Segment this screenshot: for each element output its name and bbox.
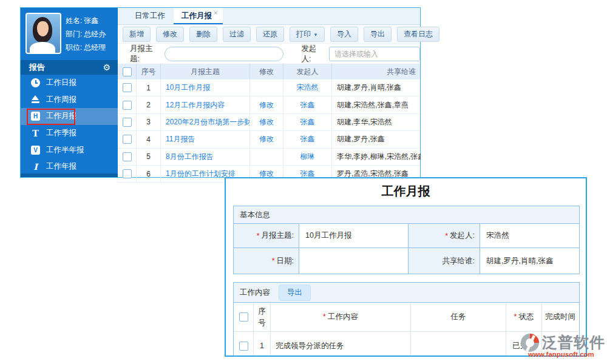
basic-info-grid: *月报主题: 10月工作月报 *发起人: 宋浩然 *日期: 共享给谁: 胡建,罗… — [234, 224, 579, 274]
tab-daily-work[interactable]: 日常工作 — [126, 8, 174, 24]
table-row: 5 8月份工作报告 柳琳 李华,李婷,柳琳,宋浩然,张鑫 — [118, 149, 420, 166]
cell-no: 2 — [137, 96, 161, 113]
row-checkbox[interactable] — [239, 342, 248, 351]
topic-link[interactable]: 10月工作月报 — [166, 83, 210, 93]
eject-icon — [31, 95, 40, 104]
sidebar-item-quarterly-report[interactable]: T 工作季报 — [21, 125, 118, 142]
initiator-link[interactable]: 柳琳 — [300, 152, 315, 162]
field-label-initiator: *发起人: — [409, 224, 480, 248]
cell-shared: 胡建,罗丹,张鑫 — [332, 131, 421, 147]
view-log-button[interactable]: 查看日志 — [397, 27, 439, 42]
col-header-content: *工作内容 — [271, 303, 411, 332]
field-label-date: *日期: — [234, 248, 299, 274]
topic-link[interactable]: 8月份工作报告 — [166, 152, 214, 162]
select-all-checkbox[interactable] — [239, 312, 248, 322]
chevron-down-icon: ▼ — [313, 32, 318, 38]
field-value-date[interactable] — [299, 248, 409, 274]
dialog-title: 工作月报 — [226, 183, 586, 200]
col-header-no: 序号 — [254, 303, 271, 332]
topic-link[interactable]: 2020年2月份市场第一步财务... — [166, 117, 250, 127]
sidebar-section-header: 报告 ⚙ — [21, 60, 118, 75]
profile-position: 职位:总经理 — [66, 42, 107, 53]
modify-link[interactable]: 修改 — [259, 100, 274, 110]
gear-icon[interactable]: ⚙ — [103, 62, 110, 72]
col-header-status: *状态 — [506, 303, 542, 332]
cell-no: 4 — [137, 131, 161, 147]
delete-button[interactable]: 删除 — [189, 27, 217, 42]
cell-content: 完成领导分派的任务 — [271, 332, 411, 357]
row-checkbox[interactable] — [123, 118, 132, 127]
modify-link[interactable]: 修改 — [259, 117, 274, 127]
red-highlight-box — [27, 109, 75, 125]
profile-department: 部门:总经办 — [66, 29, 107, 39]
initiator-link[interactable]: 张鑫 — [300, 100, 315, 110]
select-all-checkbox[interactable] — [123, 67, 132, 76]
cell-shared: 胡建,罗丹,肖晴,张鑫 — [332, 79, 421, 96]
tab-label: 日常工作 — [135, 12, 165, 20]
cell-shared: 胡建,宋浩然,张鑫,章燕 — [332, 96, 421, 113]
sidebar-item-annual-report[interactable]: I 工作年报 — [21, 158, 118, 175]
initiator-link[interactable]: 张鑫 — [300, 117, 315, 127]
import-button[interactable]: 导入 — [330, 27, 358, 42]
required-asterisk: * — [514, 311, 517, 322]
filter-row: 月报主题: 发起人: — [118, 44, 420, 64]
table-row: 4 11月报告 修改 张鑫 胡建,罗丹,张鑫 — [118, 131, 420, 148]
dialog-export-button[interactable]: 导出 — [279, 285, 311, 301]
topic-filter-input[interactable] — [164, 47, 283, 61]
add-button[interactable]: 新增 — [123, 27, 151, 42]
profile-pos-label: 职位: — [66, 43, 82, 52]
sidebar-item-label: 工作日报 — [46, 78, 76, 88]
sidebar-item-halfyear-report[interactable]: V 工作半年报 — [21, 141, 118, 158]
field-label-topic: *月报主题: — [234, 224, 299, 248]
fanpu-logo-icon — [520, 332, 540, 353]
profile-dept-label: 部门: — [66, 30, 82, 38]
sidebar-menu: 工作日报 工作周报 H 工作月报 T 工作季报 V 工作半年报 — [21, 75, 118, 175]
avatar — [25, 13, 61, 54]
cell-task — [411, 332, 506, 357]
export-button[interactable]: 导出 — [364, 27, 392, 42]
restore-button[interactable]: 还原 — [256, 27, 284, 42]
tab-monthly-report[interactable]: 工作月报× — [174, 8, 223, 24]
sidebar: 姓名:张鑫 部门:总经办 职位:总经理 报告 ⚙ 工作日报 — [21, 8, 118, 177]
topic-link[interactable]: 11月报告 — [166, 134, 195, 144]
tab-label: 工作月报 — [181, 12, 212, 20]
sidebar-section-title: 报告 — [29, 62, 45, 73]
initiator-link[interactable]: 张鑫 — [300, 134, 315, 144]
row-checkbox[interactable] — [123, 169, 132, 178]
sidebar-item-monthly-report[interactable]: H 工作月报 — [21, 108, 118, 125]
print-dropdown-button[interactable]: 打印▼ — [290, 27, 325, 42]
cell-no: 6 — [137, 166, 161, 182]
modify-button[interactable]: 修改 — [156, 27, 184, 42]
monthly-report-dialog: 工作月报 基本信息 *月报主题: 10月工作月报 *发起人: 宋浩然 *日期: … — [225, 177, 587, 357]
topic-link[interactable]: 12月工作月报内容 — [166, 100, 225, 110]
fanpu-watermark: 泛普软件 www.fanpusoft.com — [520, 331, 607, 361]
row-checkbox[interactable] — [123, 101, 132, 110]
work-table-header: 序号 *工作内容 任务 *状态 完成时间 — [234, 303, 579, 332]
initiator-link[interactable]: 宋浩然 — [297, 83, 319, 93]
required-asterisk: * — [323, 311, 326, 322]
col-header-finish-time: 完成时间 — [542, 303, 578, 332]
required-asterisk: * — [272, 257, 275, 265]
cell-shared: 李华,李婷,柳琳,宋浩然,张鑫 — [332, 149, 421, 165]
app-window: 姓名:张鑫 部门:总经办 职位:总经理 报告 ⚙ 工作日报 — [20, 7, 421, 178]
sidebar-item-daily-report[interactable]: 工作日报 — [21, 75, 118, 92]
sidebar-item-label: 工作季报 — [46, 128, 76, 138]
row-checkbox[interactable] — [123, 152, 132, 161]
initiator-filter-label: 发起人: — [302, 44, 325, 64]
close-icon[interactable]: × — [214, 9, 217, 16]
initiator-filter-input[interactable] — [329, 47, 420, 61]
col-header-shared: 共享给谁 — [332, 64, 421, 79]
t-letter-icon: T — [31, 129, 40, 138]
sidebar-item-weekly-report[interactable]: 工作周报 — [21, 92, 118, 109]
list-table-header: 序号 月报主题 修改 发起人 共享给谁 — [118, 64, 420, 79]
field-value-initiator[interactable]: 宋浩然 — [480, 224, 579, 248]
field-value-topic[interactable]: 10月工作月报 — [299, 224, 409, 248]
filter-button[interactable]: 过滤 — [223, 27, 251, 42]
sidebar-item-label: 工作半年报 — [46, 145, 84, 155]
row-checkbox[interactable] — [123, 83, 132, 92]
row-checkbox[interactable] — [123, 135, 132, 144]
table-row: 2 12月工作月报内容 修改 张鑫 胡建,宋浩然,张鑫,章燕 — [118, 96, 420, 113]
col-header-modify: 修改 — [250, 64, 283, 79]
field-value-shared[interactable]: 胡建,罗丹,肖晴,张鑫 — [480, 248, 579, 274]
modify-link[interactable]: 修改 — [259, 134, 274, 144]
